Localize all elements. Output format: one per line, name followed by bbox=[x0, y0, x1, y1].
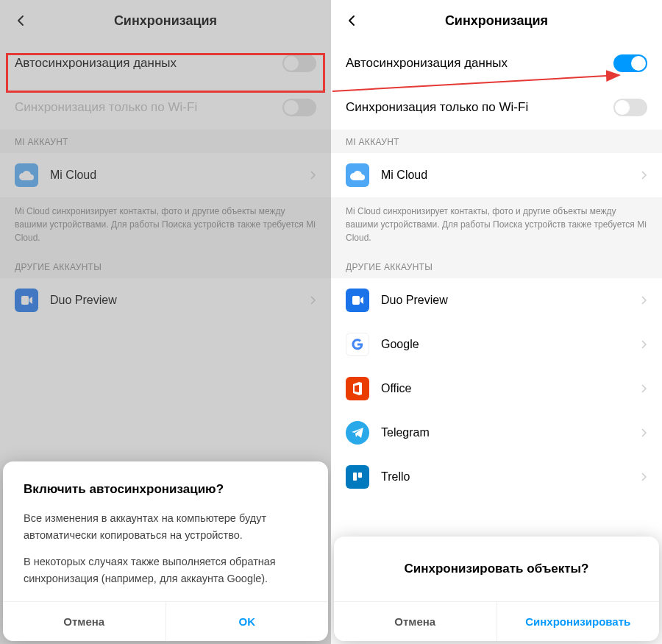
mi-cloud-description: Mi Cloud синхронизирует контакты, фото и… bbox=[331, 197, 662, 255]
duo-icon bbox=[346, 289, 369, 312]
cloud-icon bbox=[15, 163, 38, 187]
header: Синхронизация bbox=[331, 0, 662, 41]
chevron-left-icon bbox=[346, 15, 357, 26]
app-label: Trello bbox=[381, 470, 640, 484]
wifi-only-label: Синхронизация только по Wi-Fi bbox=[15, 100, 282, 115]
sync-button[interactable]: Синхронизировать bbox=[496, 602, 660, 641]
chevron-left-icon bbox=[15, 15, 26, 26]
chevron-right-icon bbox=[640, 339, 647, 350]
app-label: Duo Preview bbox=[381, 294, 640, 307]
chevron-right-icon bbox=[640, 428, 647, 438]
page-title: Синхронизация bbox=[331, 13, 662, 29]
chevron-right-icon bbox=[640, 472, 647, 482]
autosync-label: Автосинхронизация данных bbox=[15, 56, 282, 71]
chevron-right-icon bbox=[640, 383, 647, 394]
office-icon bbox=[346, 377, 369, 400]
section-mi-account: MI АККАУНТ bbox=[331, 130, 662, 153]
svg-rect-2 bbox=[352, 296, 360, 305]
wifi-only-toggle[interactable] bbox=[613, 99, 647, 116]
app-label: Mi Cloud bbox=[50, 169, 309, 182]
cloud-icon bbox=[346, 163, 369, 187]
app-label: Google bbox=[381, 338, 640, 351]
svg-rect-0 bbox=[21, 296, 29, 305]
section-other-accounts: ДРУГИЕ АККАУНТЫ bbox=[0, 255, 331, 278]
dialog-title: Синхронизировать объекты? bbox=[355, 562, 638, 576]
duo-item[interactable]: Duo Preview bbox=[0, 278, 331, 322]
mi-cloud-item[interactable]: Mi Cloud bbox=[0, 153, 331, 197]
wifi-only-label: Синхронизация только по Wi-Fi bbox=[346, 100, 613, 115]
header: Синхронизация bbox=[0, 0, 331, 41]
toggle-knob bbox=[631, 56, 646, 71]
duo-icon bbox=[15, 289, 38, 312]
section-mi-account: MI АККАУНТ bbox=[0, 130, 331, 153]
wifi-only-row[interactable]: Синхронизация только по Wi-Fi bbox=[331, 85, 662, 130]
wifi-only-row: Синхронизация только по Wi-Fi bbox=[0, 85, 331, 130]
wifi-only-toggle bbox=[282, 99, 316, 116]
trello-icon bbox=[346, 465, 369, 489]
telegram-icon bbox=[346, 421, 369, 445]
duo-item[interactable]: Duo Preview bbox=[331, 278, 662, 322]
google-icon bbox=[346, 333, 369, 356]
mi-cloud-description: Mi Cloud синхронизирует контакты, фото и… bbox=[0, 197, 331, 255]
toggle-knob bbox=[284, 100, 299, 115]
trello-item[interactable]: Trello bbox=[331, 455, 662, 499]
chevron-right-icon bbox=[309, 295, 316, 305]
autosync-toggle[interactable] bbox=[613, 54, 647, 72]
dialog-text: Все изменения в аккаунтах на компьютере … bbox=[24, 510, 307, 587]
page-title: Синхронизация bbox=[0, 13, 331, 29]
mi-cloud-item[interactable]: Mi Cloud bbox=[331, 153, 662, 197]
cancel-button[interactable]: Отмена bbox=[334, 602, 496, 641]
autosync-row[interactable]: Автосинхронизация данных bbox=[0, 41, 331, 85]
back-button[interactable] bbox=[343, 12, 360, 29]
dialog-title: Включить автосинхронизацию? bbox=[24, 482, 307, 497]
autosync-label: Автосинхронизация данных bbox=[346, 56, 613, 71]
autosync-toggle[interactable] bbox=[282, 54, 316, 72]
google-item[interactable]: Google bbox=[331, 322, 662, 367]
svg-rect-4 bbox=[358, 473, 362, 478]
toggle-knob bbox=[615, 100, 630, 115]
chevron-right-icon bbox=[640, 170, 647, 180]
telegram-item[interactable]: Telegram bbox=[331, 411, 662, 455]
cancel-button[interactable]: Отмена bbox=[3, 602, 166, 641]
app-label: Mi Cloud bbox=[381, 169, 640, 182]
autosync-row[interactable]: Автосинхронизация данных bbox=[331, 41, 662, 85]
app-label: Telegram bbox=[381, 426, 640, 439]
section-other-accounts: ДРУГИЕ АККАУНТЫ bbox=[331, 255, 662, 278]
toggle-knob bbox=[284, 56, 299, 71]
ok-button[interactable]: OK bbox=[166, 602, 329, 641]
confirm-autosync-dialog: Включить автосинхронизацию? Все изменени… bbox=[3, 461, 328, 641]
sync-objects-dialog: Синхронизировать объекты? Отмена Синхрон… bbox=[334, 537, 659, 641]
app-label: Office bbox=[381, 382, 640, 395]
app-label: Duo Preview bbox=[50, 294, 309, 307]
back-button[interactable] bbox=[12, 12, 29, 29]
chevron-right-icon bbox=[640, 295, 647, 305]
chevron-right-icon bbox=[309, 170, 316, 180]
svg-rect-3 bbox=[353, 473, 357, 481]
office-item[interactable]: Office bbox=[331, 367, 662, 411]
